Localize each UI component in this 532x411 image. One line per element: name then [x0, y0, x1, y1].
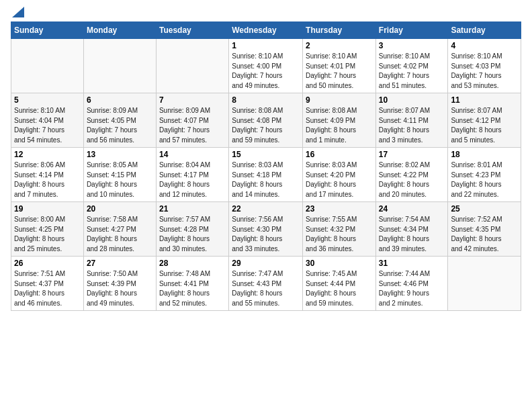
day-info: Sunrise: 8:05 AMSunset: 4:15 PMDaylight:…	[87, 161, 153, 199]
day-number: 1	[232, 41, 300, 50]
day-number: 13	[87, 150, 153, 159]
calendar-week-3: 12Sunrise: 8:06 AMSunset: 4:14 PMDayligh…	[11, 148, 521, 202]
weekday-header-row: SundayMondayTuesdayWednesdayThursdayFrid…	[11, 22, 521, 39]
day-number: 5	[14, 95, 81, 105]
day-number: 2	[306, 41, 373, 50]
day-number: 14	[159, 150, 226, 159]
svg-marker-0	[12, 7, 24, 17]
calendar-cell: 4Sunrise: 8:10 AMSunset: 4:03 PMDaylight…	[448, 39, 521, 93]
calendar-cell	[11, 39, 84, 93]
day-number: 17	[379, 150, 445, 159]
calendar-cell: 18Sunrise: 8:01 AMSunset: 4:23 PMDayligh…	[448, 148, 521, 202]
day-info: Sunrise: 8:01 AMSunset: 4:23 PMDaylight:…	[451, 161, 518, 199]
calendar-cell: 23Sunrise: 7:55 AMSunset: 4:32 PMDayligh…	[303, 202, 376, 257]
day-number: 26	[14, 259, 81, 268]
calendar-cell: 17Sunrise: 8:02 AMSunset: 4:22 PMDayligh…	[375, 148, 448, 202]
day-number: 21	[159, 204, 226, 214]
calendar-cell: 7Sunrise: 8:09 AMSunset: 4:07 PMDaylight…	[156, 93, 228, 148]
day-number: 29	[232, 259, 300, 268]
day-info: Sunrise: 8:03 AMSunset: 4:20 PMDaylight:…	[306, 161, 373, 199]
day-number: 15	[232, 150, 300, 159]
calendar-cell: 22Sunrise: 7:56 AMSunset: 4:30 PMDayligh…	[229, 202, 303, 257]
calendar-week-2: 5Sunrise: 8:10 AMSunset: 4:04 PMDaylight…	[11, 93, 521, 148]
day-number: 6	[87, 95, 153, 105]
day-info: Sunrise: 7:54 AMSunset: 4:34 PMDaylight:…	[379, 215, 445, 254]
day-info: Sunrise: 7:52 AMSunset: 4:35 PMDaylight:…	[451, 215, 518, 254]
day-info: Sunrise: 8:02 AMSunset: 4:22 PMDaylight:…	[379, 161, 445, 199]
day-number: 16	[306, 150, 373, 159]
weekday-saturday: Saturday	[448, 22, 521, 39]
calendar-cell: 31Sunrise: 7:44 AMSunset: 4:46 PMDayligh…	[375, 257, 448, 311]
day-info: Sunrise: 7:47 AMSunset: 4:43 PMDaylight:…	[232, 269, 300, 308]
calendar-cell	[156, 39, 228, 93]
calendar-cell: 14Sunrise: 8:04 AMSunset: 4:17 PMDayligh…	[156, 148, 228, 202]
day-number: 23	[306, 204, 373, 214]
day-info: Sunrise: 7:55 AMSunset: 4:32 PMDaylight:…	[306, 215, 373, 254]
calendar-cell	[448, 257, 521, 311]
calendar-cell: 20Sunrise: 7:58 AMSunset: 4:27 PMDayligh…	[83, 202, 156, 257]
calendar-cell: 19Sunrise: 8:00 AMSunset: 4:25 PMDayligh…	[11, 202, 84, 257]
weekday-sunday: Sunday	[11, 22, 84, 39]
calendar-cell: 27Sunrise: 7:50 AMSunset: 4:39 PMDayligh…	[83, 257, 156, 311]
calendar-cell: 9Sunrise: 8:08 AMSunset: 4:09 PMDaylight…	[303, 93, 376, 148]
calendar-cell: 25Sunrise: 7:52 AMSunset: 4:35 PMDayligh…	[448, 202, 521, 257]
day-number: 20	[87, 204, 153, 214]
day-number: 31	[379, 259, 445, 268]
day-number: 27	[87, 259, 153, 268]
day-info: Sunrise: 7:45 AMSunset: 4:44 PMDaylight:…	[306, 269, 373, 308]
day-number: 3	[379, 41, 445, 50]
day-info: Sunrise: 8:09 AMSunset: 4:07 PMDaylight:…	[159, 106, 226, 145]
day-info: Sunrise: 7:56 AMSunset: 4:30 PMDaylight:…	[232, 215, 300, 254]
calendar-cell: 24Sunrise: 7:54 AMSunset: 4:34 PMDayligh…	[375, 202, 448, 257]
weekday-tuesday: Tuesday	[156, 22, 228, 39]
day-info: Sunrise: 8:03 AMSunset: 4:18 PMDaylight:…	[232, 161, 300, 199]
calendar-cell: 16Sunrise: 8:03 AMSunset: 4:20 PMDayligh…	[303, 148, 376, 202]
day-number: 7	[159, 95, 226, 105]
day-number: 22	[232, 204, 300, 214]
weekday-friday: Friday	[375, 22, 448, 39]
day-info: Sunrise: 8:08 AMSunset: 4:09 PMDaylight:…	[306, 106, 373, 145]
calendar-cell: 6Sunrise: 8:09 AMSunset: 4:05 PMDaylight…	[83, 93, 156, 148]
day-number: 11	[451, 95, 518, 105]
day-info: Sunrise: 8:00 AMSunset: 4:25 PMDaylight:…	[14, 215, 81, 254]
day-info: Sunrise: 7:48 AMSunset: 4:41 PMDaylight:…	[159, 269, 226, 308]
day-number: 12	[14, 150, 81, 159]
calendar-cell: 26Sunrise: 7:51 AMSunset: 4:37 PMDayligh…	[11, 257, 84, 311]
day-number: 8	[232, 95, 300, 105]
calendar-cell: 3Sunrise: 8:10 AMSunset: 4:02 PMDaylight…	[375, 39, 448, 93]
calendar-cell: 29Sunrise: 7:47 AMSunset: 4:43 PMDayligh…	[229, 257, 303, 311]
page-container: SundayMondayTuesdayWednesdayThursdayFrid…	[0, 0, 532, 316]
calendar-cell	[83, 39, 156, 93]
day-info: Sunrise: 7:58 AMSunset: 4:27 PMDaylight:…	[87, 215, 153, 254]
calendar-cell: 13Sunrise: 8:05 AMSunset: 4:15 PMDayligh…	[83, 148, 156, 202]
day-number: 9	[306, 95, 373, 105]
day-number: 18	[451, 150, 518, 159]
day-info: Sunrise: 8:07 AMSunset: 4:11 PMDaylight:…	[379, 106, 445, 145]
calendar-cell: 12Sunrise: 8:06 AMSunset: 4:14 PMDayligh…	[11, 148, 84, 202]
day-info: Sunrise: 8:10 AMSunset: 4:01 PMDaylight:…	[306, 52, 373, 91]
day-info: Sunrise: 7:44 AMSunset: 4:46 PMDaylight:…	[379, 269, 445, 308]
day-number: 4	[451, 41, 518, 50]
day-number: 19	[14, 204, 81, 214]
calendar-cell: 15Sunrise: 8:03 AMSunset: 4:18 PMDayligh…	[229, 148, 303, 202]
weekday-wednesday: Wednesday	[229, 22, 303, 39]
day-info: Sunrise: 8:10 AMSunset: 4:00 PMDaylight:…	[232, 52, 300, 91]
day-info: Sunrise: 8:07 AMSunset: 4:12 PMDaylight:…	[451, 106, 518, 145]
day-info: Sunrise: 8:10 AMSunset: 4:04 PMDaylight:…	[14, 106, 81, 145]
day-info: Sunrise: 8:10 AMSunset: 4:03 PMDaylight:…	[451, 52, 518, 91]
calendar-cell: 2Sunrise: 8:10 AMSunset: 4:01 PMDaylight…	[303, 39, 376, 93]
calendar-cell: 11Sunrise: 8:07 AMSunset: 4:12 PMDayligh…	[448, 93, 521, 148]
day-info: Sunrise: 8:08 AMSunset: 4:08 PMDaylight:…	[232, 106, 300, 145]
calendar-cell: 28Sunrise: 7:48 AMSunset: 4:41 PMDayligh…	[156, 257, 228, 311]
day-info: Sunrise: 8:04 AMSunset: 4:17 PMDaylight:…	[159, 161, 226, 199]
calendar-table: SundayMondayTuesdayWednesdayThursdayFrid…	[11, 21, 521, 311]
calendar-week-5: 26Sunrise: 7:51 AMSunset: 4:37 PMDayligh…	[11, 257, 521, 311]
calendar-cell: 10Sunrise: 8:07 AMSunset: 4:11 PMDayligh…	[375, 93, 448, 148]
logo-icon	[12, 7, 24, 17]
day-number: 10	[379, 95, 445, 105]
day-info: Sunrise: 7:51 AMSunset: 4:37 PMDaylight:…	[14, 269, 81, 308]
calendar-cell: 8Sunrise: 8:08 AMSunset: 4:08 PMDaylight…	[229, 93, 303, 148]
header	[11, 8, 521, 17]
day-number: 28	[159, 259, 226, 268]
logo	[11, 8, 24, 17]
